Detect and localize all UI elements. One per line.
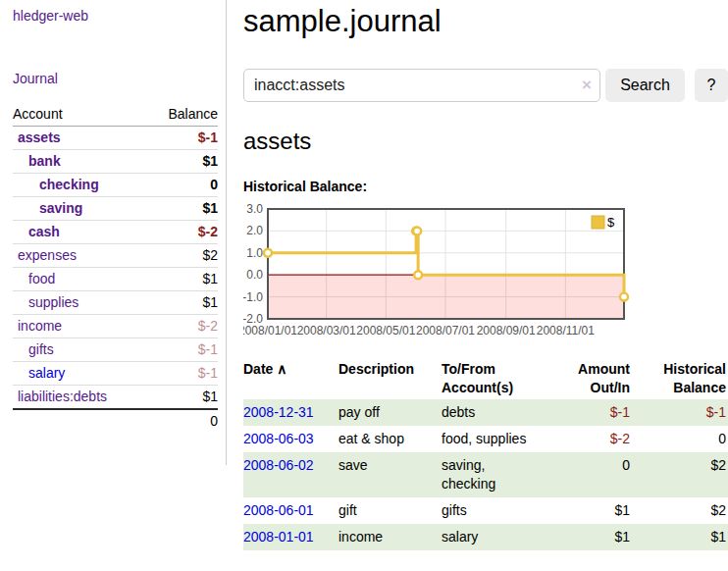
account-link[interactable]: bank	[28, 153, 61, 169]
search-input[interactable]	[243, 69, 600, 102]
transaction-date-link[interactable]: 2008-01-01	[243, 529, 314, 545]
account-link[interactable]: supplies	[28, 294, 78, 310]
sidebar-nav: Journal	[13, 71, 218, 86]
account-row: cash$-2	[13, 221, 218, 244]
x-axis-tick-label: 2008/11/01	[537, 324, 595, 337]
account-balance: $1	[147, 197, 218, 221]
y-axis-tick-label: 3.0	[246, 204, 263, 216]
balance-chart: $3.02.01.00.0-1.0-2.02008/01/012008/03/0…	[243, 204, 636, 341]
accounts-total-spacer	[13, 409, 147, 433]
account-balance: $-1	[147, 127, 218, 150]
register-table-body: 2008-12-31pay offdebts$-1$-12008-06-03ea…	[243, 399, 728, 550]
account-row: supplies$1	[13, 291, 218, 315]
register-row: 2008-06-03eat & shopfood, supplies$-20	[243, 426, 728, 452]
transaction-balance: $1	[632, 524, 728, 550]
page-title: sample.journal	[243, 0, 728, 39]
accounts-table-body: assets$-1bank$1checking0saving$1cash$-2e…	[13, 127, 218, 410]
accounts-total-row: 0	[13, 409, 218, 433]
search-button[interactable]: Search	[605, 69, 685, 102]
x-axis-tick-label: 2008/01/01	[243, 324, 297, 337]
account-row: liabilities:debts$1	[13, 386, 218, 410]
transaction-description: eat & shop	[338, 426, 442, 452]
help-button[interactable]: ?	[695, 69, 728, 102]
x-axis-tick-label: 2008/09/01	[477, 324, 536, 337]
main-content: sample.journal × Search ? assets Histori…	[243, 0, 728, 550]
account-row: saving$1	[13, 197, 218, 221]
register-header-accounts: To/From Account(s)	[442, 358, 549, 399]
account-link[interactable]: expenses	[18, 247, 77, 263]
x-axis-tick-label: 2008/05/01	[356, 324, 415, 337]
transaction-balance: $-1	[632, 399, 728, 426]
y-axis-tick-label: 1.0	[246, 246, 263, 260]
sidebar: hledger-web Journal Account Balance asse…	[0, 0, 227, 465]
data-point-marker	[620, 293, 628, 301]
register-row: 2008-01-01incomesalary$1$1	[243, 524, 728, 550]
search-field-wrap: ×	[243, 69, 600, 102]
transaction-date-link[interactable]: 2008-12-31	[243, 404, 314, 420]
register-table: Date ∧ Description To/From Account(s) Am…	[243, 358, 728, 550]
accounts-header-balance: Balance	[147, 103, 218, 127]
transaction-amount: $1	[549, 497, 632, 524]
account-balance: $-1	[147, 362, 218, 386]
transaction-accounts: salary	[442, 524, 549, 550]
account-link[interactable]: gifts	[28, 341, 54, 357]
transaction-amount: 0	[549, 452, 632, 497]
transaction-accounts: debts	[442, 399, 549, 426]
register-header-date-label: Date	[243, 361, 273, 377]
y-axis-tick-label: 2.0	[246, 224, 263, 237]
account-balance: $1	[147, 386, 218, 410]
app-brand: hledger-web	[13, 8, 218, 24]
transaction-date-link[interactable]: 2008-06-03	[243, 431, 314, 446]
nav-journal-link[interactable]: Journal	[13, 71, 58, 86]
account-link[interactable]: liabilities:debts	[18, 389, 107, 404]
y-axis-tick-label: -1.0	[243, 290, 263, 304]
account-row: gifts$-1	[13, 338, 218, 362]
account-link[interactable]: income	[18, 318, 62, 334]
x-axis-tick-label: 2008/03/01	[297, 324, 356, 337]
transaction-balance: $2	[632, 452, 728, 497]
y-axis-tick-label: 0.0	[246, 268, 263, 282]
register-row: 2008-12-31pay offdebts$-1$-1	[243, 399, 728, 426]
transaction-accounts: saving, checking	[442, 452, 549, 497]
search-bar: × Search ?	[243, 69, 728, 102]
account-balance: $-2	[147, 221, 218, 244]
transaction-amount: $1	[549, 524, 632, 550]
register-header-date[interactable]: Date ∧	[243, 358, 338, 399]
account-row: bank$1	[13, 150, 218, 174]
account-balance: $-1	[147, 338, 218, 362]
register-row: 2008-06-02savesaving, checking0$2	[243, 452, 728, 497]
transaction-description: income	[338, 524, 442, 550]
account-link[interactable]: assets	[18, 130, 61, 145]
account-row: food$1	[13, 268, 218, 291]
clear-search-icon[interactable]: ×	[582, 76, 592, 95]
register-header-description: Description	[338, 358, 442, 399]
register-header-amount: Amount Out/In	[549, 358, 632, 399]
account-balance: $1	[147, 150, 218, 174]
data-point-marker	[264, 249, 272, 257]
register-row: 2008-06-01giftgifts$1$2	[243, 497, 728, 524]
account-link[interactable]: salary	[28, 365, 65, 381]
transaction-date-link[interactable]: 2008-06-02	[243, 457, 314, 473]
transaction-description: gift	[338, 497, 442, 524]
accounts-total-value: 0	[147, 409, 218, 433]
transaction-balance: 0	[632, 426, 728, 452]
transaction-description: save	[338, 452, 442, 497]
transaction-balance: $2	[632, 497, 728, 524]
account-link[interactable]: checking	[39, 177, 99, 192]
transaction-description: pay off	[338, 399, 442, 426]
transaction-amount: $-1	[549, 399, 632, 426]
account-balance: $-2	[147, 315, 218, 338]
account-link[interactable]: saving	[39, 200, 82, 216]
account-link[interactable]: cash	[28, 224, 60, 239]
account-balance: 0	[147, 174, 218, 197]
transaction-date-link[interactable]: 2008-06-01	[243, 502, 314, 518]
account-balance: $1	[147, 268, 218, 291]
transaction-amount: $-2	[549, 426, 632, 452]
app-brand-link[interactable]: hledger-web	[13, 8, 88, 24]
account-balance: $2	[147, 244, 218, 268]
account-balance: $1	[147, 291, 218, 315]
account-link[interactable]: food	[28, 271, 55, 286]
legend-label: $	[607, 215, 615, 230]
legend-swatch	[592, 216, 604, 229]
account-heading: assets	[243, 128, 728, 155]
